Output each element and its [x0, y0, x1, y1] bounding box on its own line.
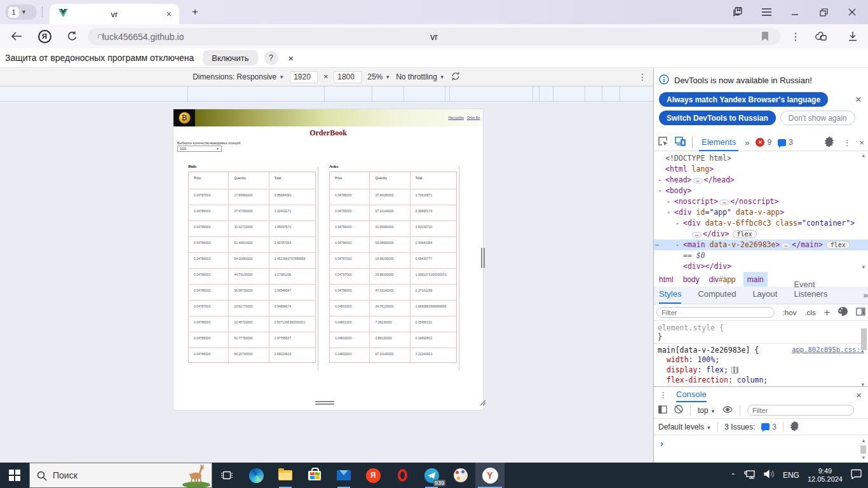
scroll-down-icon[interactable]: ▼	[860, 455, 867, 461]
log-levels-select[interactable]: Default levels ▼	[658, 423, 711, 431]
bids-row[interactable]: 0.0478600056.207400002.69024616	[189, 348, 315, 363]
scrollbar-thumb[interactable]	[861, 329, 867, 350]
throttling-select[interactable]: No throttling▼	[396, 72, 445, 81]
bids-row[interactable]: 0.0478600030.317100001.45097570	[189, 221, 315, 237]
device-toolbar-kebab-icon[interactable]: ⋮	[638, 72, 647, 82]
dom-tree-node[interactable]: == $0	[654, 250, 868, 261]
execution-context-select[interactable]: top ▼	[698, 406, 715, 415]
switch-russian-button[interactable]: Switch DevTools to Russian	[659, 111, 776, 125]
issues-badge[interactable]: 3	[778, 138, 793, 147]
issues-badge[interactable]: 3	[761, 423, 776, 431]
collapsed-arrow-icon[interactable]: ▸	[658, 175, 661, 186]
inspect-element-icon[interactable]	[658, 136, 668, 149]
extensions-icon[interactable]	[813, 29, 829, 44]
expanded-arrow-icon[interactable]: ▾	[658, 186, 661, 196]
taskbar-app-yandex-red[interactable]: Я	[358, 463, 388, 488]
live-expression-eye-icon[interactable]	[722, 405, 733, 415]
start-button[interactable]	[0, 463, 29, 488]
maximize-icon[interactable]	[814, 0, 833, 24]
taskbar-app-store[interactable]	[300, 463, 329, 488]
taskbar-app-paint[interactable]	[446, 463, 475, 488]
taskbar-app-explorer[interactable]	[271, 463, 300, 488]
expand-ellipsis-button[interactable]: …	[692, 232, 702, 238]
dom-tree-node[interactable]: ▸<div data-v-6ffbc0c3 class="container">	[654, 218, 868, 229]
close-window-icon[interactable]	[843, 0, 862, 24]
console-filter-input[interactable]	[747, 405, 854, 416]
enable-protection-button[interactable]: Включить	[203, 50, 257, 65]
expand-ellipsis-button[interactable]: …	[693, 178, 703, 184]
dom-tree-node[interactable]: <html lang>	[654, 164, 868, 175]
bids-row[interactable]: 0.0478600061.408100002.80787394	[189, 237, 315, 253]
css-source-link[interactable]: app.802c895b.css:1	[792, 346, 864, 355]
taskbar-app-telegram[interactable]: 939	[417, 463, 446, 488]
dom-tree-node[interactable]: ▾<div id="app" data-v-app>	[654, 207, 868, 218]
bookmarks-panel-icon[interactable]	[728, 0, 747, 24]
asks-row[interactable]: 0.048020003.851000000.18492502	[330, 332, 456, 348]
flex-badge[interactable]: flex	[826, 241, 850, 249]
breadcrumb-item[interactable]: div#app	[709, 275, 736, 284]
dont-show-again-button[interactable]: Don't show again	[780, 111, 855, 125]
styles-pane[interactable]: element.style { } main[data-v-2e26983e] …	[654, 321, 868, 389]
asks-row[interactable]: 0.0480200067.101400003.22240923	[330, 348, 456, 363]
css-property[interactable]: width: 100%;	[654, 355, 868, 365]
bitcoin-logo[interactable]: ₿	[173, 109, 195, 126]
toggle-device-toolbar-icon[interactable]	[675, 137, 686, 148]
breadcrumb-item[interactable]: body	[683, 275, 700, 284]
panel-tab-computed[interactable]: Computed	[698, 289, 736, 304]
panel-tab-event-listeners[interactable]: Event Listeners	[794, 280, 844, 304]
collapsed-arrow-icon[interactable]: ▸	[676, 240, 679, 250]
dom-tree-node[interactable]: <div></div>	[654, 261, 868, 272]
viewport-width-input[interactable]	[290, 71, 318, 83]
asks-row[interactable]: 0.0479600053.086600002.54643394	[330, 237, 456, 253]
minimize-icon[interactable]	[785, 0, 804, 24]
address-bar[interactable]: luck456654.github.io vr	[88, 28, 780, 45]
console-settings-gear-icon[interactable]	[790, 421, 799, 433]
taskbar-app-opera[interactable]	[388, 463, 417, 488]
taskbar-app-edge[interactable]	[241, 463, 271, 488]
css-property[interactable]: display: flex;	[654, 365, 868, 375]
breadcrumb-item[interactable]: main	[743, 272, 768, 287]
scrollbar-thumb[interactable]	[860, 445, 866, 454]
console-tab[interactable]: Console	[676, 387, 707, 402]
kebab-menu-icon[interactable]: ⋮	[788, 29, 803, 44]
taskbar-search-box[interactable]: Поиск	[29, 463, 212, 488]
dom-tree-node[interactable]: ▸<noscript>…</noscript>	[654, 196, 868, 207]
downloads-icon[interactable]	[845, 29, 860, 44]
devtools-kebab-icon[interactable]: ⋮	[843, 138, 851, 147]
node-actions-icon[interactable]: ⋯	[655, 240, 659, 250]
help-button[interactable]: ?	[264, 51, 278, 65]
dom-tree-node[interactable]: …</div>flex	[654, 229, 868, 240]
task-view-button[interactable]	[212, 463, 241, 488]
viewport-resize-handle-corner[interactable]	[477, 396, 487, 409]
more-panels-icon[interactable]: »	[864, 290, 868, 304]
css-rule-selector[interactable]: main[data-v-2e26983e] {	[658, 346, 759, 355]
expanded-arrow-icon[interactable]: ▾	[667, 207, 670, 218]
dom-tree-node[interactable]: <!DOCTYPE html>	[654, 153, 868, 164]
collapsed-arrow-icon[interactable]: ▸	[676, 218, 679, 229]
viewport-resize-handle-right[interactable]	[481, 248, 485, 268]
bids-row[interactable]: 0.0478600054.006600001.4521663767999998	[189, 253, 315, 269]
scroll-up-icon[interactable]: ▲	[859, 308, 867, 313]
asks-row[interactable]: 0.048010007.392300000.35490131	[330, 316, 456, 332]
panel-tab-styles[interactable]: Styles	[659, 289, 681, 304]
bookmark-icon[interactable]	[761, 32, 769, 44]
dom-tree-node[interactable]: ⋯▸<main data-v-2e26983e>…</main>flex	[654, 240, 868, 250]
media-query-bar[interactable]	[0, 86, 653, 102]
console-sidebar-icon[interactable]	[658, 405, 667, 416]
element-style-selector[interactable]: element.style {	[658, 323, 724, 332]
match-language-button[interactable]: Always match Yandex Browser's language	[659, 92, 828, 107]
bids-row[interactable]: 0.0478500056.587300001.34548047	[189, 285, 315, 301]
positions-count-select[interactable]: 100▼	[177, 146, 222, 152]
asks-row[interactable]: 0.0480100034.761300001.6690863999999999	[330, 301, 456, 316]
panel-tab-layout[interactable]: Layout	[752, 289, 777, 304]
issues-count-label[interactable]: 3 Issues:	[724, 423, 755, 431]
tab-group-chip[interactable]: 1 ▼	[5, 4, 37, 20]
devtools-settings-gear-icon[interactable]	[824, 137, 834, 149]
viewport-resize-handle-bottom[interactable]	[315, 401, 334, 405]
asks-row[interactable]: 0.0479500067.101400002.99990174	[330, 205, 456, 221]
asks-row[interactable]: 0.0479700014.660300000.68430777	[330, 253, 456, 269]
zoom-select[interactable]: 25%▼	[367, 72, 390, 81]
dom-tree-node[interactable]: ▸<head>…</head>	[654, 175, 868, 186]
rendering-emulation-icon[interactable]	[838, 307, 848, 318]
bids-row[interactable]: 0.0478600027.670600001.32419172	[189, 205, 315, 221]
